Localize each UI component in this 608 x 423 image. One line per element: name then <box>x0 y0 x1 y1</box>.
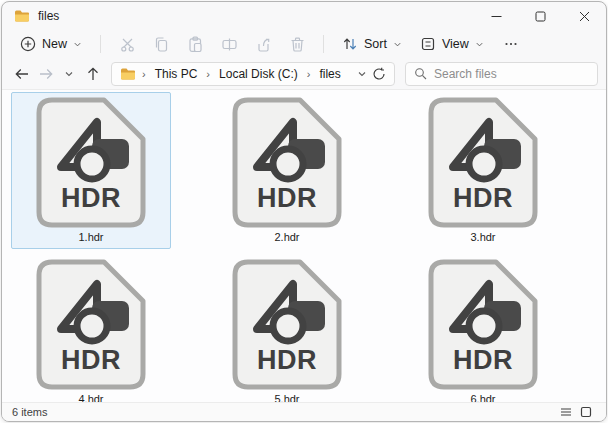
forward-arrow-icon <box>38 66 54 82</box>
close-icon <box>579 11 590 22</box>
search-icon <box>414 67 427 80</box>
copy-button[interactable] <box>145 32 177 56</box>
hdr-extension-label: HDR <box>36 183 146 214</box>
view-button-label: View <box>442 37 469 51</box>
hdr-file-icon: HDR <box>428 97 538 228</box>
file-name: 6.hdr <box>470 393 495 402</box>
file-grid: HDR 1.hdr HDR 2.hdr HDR 3.hdr <box>11 92 606 402</box>
forward-button[interactable] <box>34 61 58 87</box>
sort-button[interactable]: Sort <box>334 32 410 56</box>
folder-icon <box>120 67 136 81</box>
hdr-file-icon: HDR <box>428 259 538 390</box>
cut-button[interactable] <box>111 32 143 56</box>
toolbar-separator <box>323 35 324 53</box>
file-name: 4.hdr <box>78 393 103 402</box>
chevron-down-icon <box>64 69 74 79</box>
breadcrumb-separator[interactable]: › <box>306 68 312 80</box>
copy-icon <box>153 36 170 53</box>
delete-button[interactable] <box>281 32 313 56</box>
ellipsis-icon <box>504 37 518 51</box>
file-name: 3.hdr <box>470 231 495 243</box>
file-tile-3hdr[interactable]: HDR 3.hdr <box>403 92 563 249</box>
explorer-window: files New <box>1 1 607 422</box>
breadcrumb-separator[interactable]: › <box>141 68 147 80</box>
icons-view-button[interactable] <box>576 404 596 421</box>
new-button[interactable]: New <box>12 32 90 56</box>
chevron-down-icon <box>393 40 402 49</box>
hdr-file-icon: HDR <box>36 259 146 390</box>
view-button[interactable]: View <box>412 32 492 56</box>
file-tile-5hdr[interactable]: HDR 5.hdr <box>207 254 367 402</box>
window-title: files <box>38 9 59 23</box>
address-bar[interactable]: › This PC › Local Disk (C:) › files <box>111 62 395 86</box>
hdr-extension-label: HDR <box>36 345 146 376</box>
file-list-area[interactable]: HDR 1.hdr HDR 2.hdr HDR 3.hdr <box>2 90 606 402</box>
title-bar: files <box>2 2 606 30</box>
paste-button[interactable] <box>179 32 211 56</box>
share-icon <box>255 36 272 53</box>
rename-icon <box>221 36 238 53</box>
close-button[interactable] <box>562 2 606 30</box>
hdr-file-icon: HDR <box>232 97 342 228</box>
new-plus-icon <box>20 36 36 52</box>
toolbar-separator <box>100 35 101 53</box>
cut-icon <box>119 36 136 53</box>
file-tile-4hdr[interactable]: HDR 4.hdr <box>11 254 171 402</box>
details-view-icon <box>560 406 572 418</box>
paste-icon <box>187 36 204 53</box>
search-box[interactable] <box>405 62 598 86</box>
folder-icon <box>14 9 30 23</box>
breadcrumb-files[interactable]: files <box>316 66 343 82</box>
share-button[interactable] <box>247 32 279 56</box>
hdr-extension-label: HDR <box>428 183 538 214</box>
maximize-icon <box>535 11 546 22</box>
chevron-down-icon <box>73 40 82 49</box>
back-button[interactable] <box>10 61 34 87</box>
hdr-extension-label: HDR <box>232 183 342 214</box>
command-toolbar: New <box>2 30 606 58</box>
file-name: 2.hdr <box>274 231 299 243</box>
new-button-label: New <box>42 37 67 51</box>
minimize-icon <box>491 11 502 22</box>
recent-locations-button[interactable] <box>58 61 82 87</box>
breadcrumb-local-disk[interactable]: Local Disk (C:) <box>216 66 301 82</box>
address-dropdown-icon[interactable] <box>357 69 367 79</box>
file-tile-2hdr[interactable]: HDR 2.hdr <box>207 92 367 249</box>
breadcrumb-separator[interactable]: › <box>205 68 211 80</box>
file-tile-6hdr[interactable]: HDR 6.hdr <box>403 254 563 402</box>
file-name: 5.hdr <box>274 393 299 402</box>
rename-button[interactable] <box>213 32 245 56</box>
up-arrow-icon <box>85 66 101 82</box>
refresh-icon[interactable] <box>372 67 386 81</box>
chevron-down-icon <box>475 40 484 49</box>
hdr-file-icon: HDR <box>232 259 342 390</box>
hdr-extension-label: HDR <box>428 345 538 376</box>
up-button[interactable] <box>81 61 105 87</box>
items-count: 6 items <box>12 406 47 418</box>
search-input[interactable] <box>434 67 589 81</box>
icons-view-icon <box>580 406 592 418</box>
maximize-button[interactable] <box>518 2 562 30</box>
view-icon <box>420 36 436 52</box>
sort-icon <box>342 36 358 52</box>
breadcrumb-this-pc[interactable]: This PC <box>152 66 201 82</box>
back-arrow-icon <box>14 66 30 82</box>
hdr-extension-label: HDR <box>232 345 342 376</box>
minimize-button[interactable] <box>474 2 518 30</box>
status-bar: 6 items <box>2 402 606 421</box>
file-tile-1hdr[interactable]: HDR 1.hdr <box>11 92 171 249</box>
more-options-button[interactable] <box>494 33 528 55</box>
details-view-button[interactable] <box>556 404 576 421</box>
file-name: 1.hdr <box>78 231 103 243</box>
delete-icon <box>289 36 306 53</box>
sort-button-label: Sort <box>364 37 387 51</box>
hdr-file-icon: HDR <box>36 97 146 228</box>
address-row: › This PC › Local Disk (C:) › files <box>2 58 606 90</box>
